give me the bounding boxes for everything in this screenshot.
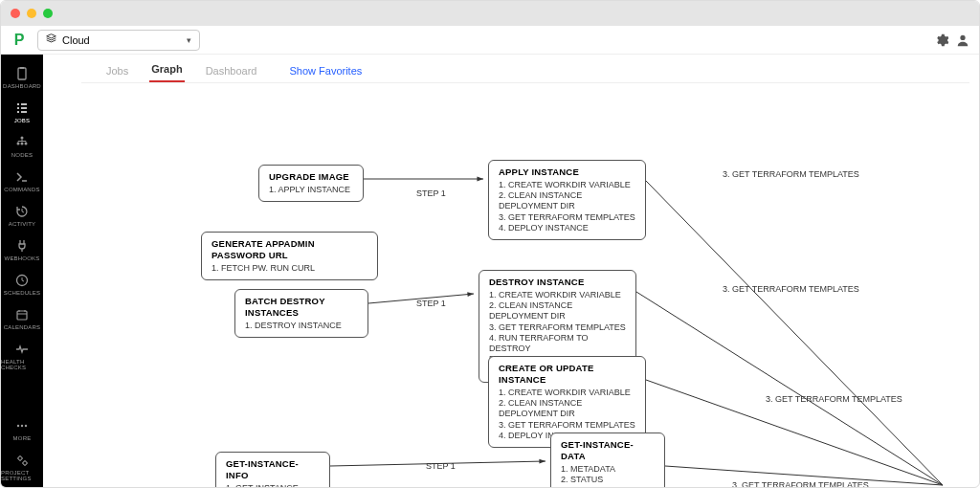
svg-point-0	[960, 34, 965, 39]
node-steps: 1. METADATA2. STATUS3. STATUS-DETAIL4. D…	[561, 464, 655, 487]
node-steps: 1. FETCH PW. RUN CURL	[212, 263, 368, 274]
node-title: GET-INSTANCE-INFO	[226, 458, 320, 481]
cogs-icon	[14, 453, 30, 468]
sidebar-item-commands[interactable]: COMMANDS	[1, 164, 43, 198]
app-window: P Cloud ▾ DASHBOARDJOBSNODESCOMMANDSACTI…	[0, 0, 980, 488]
sidebar-item-label: CALENDARS	[4, 324, 40, 330]
minimize-window-button[interactable]	[27, 9, 36, 18]
sidebar-item-label: DASHBOARD	[3, 83, 41, 89]
project-selector[interactable]: Cloud ▾	[37, 30, 200, 51]
svg-point-4	[17, 143, 20, 145]
heartbeat-icon	[14, 342, 30, 357]
sidebar-item-more[interactable]: MORE	[1, 412, 43, 447]
app-body: DASHBOARDJOBSNODESCOMMANDSACTIVITYWEBHOO…	[1, 55, 979, 487]
graph-node-getdata[interactable]: GET-INSTANCE-DATA1. METADATA2. STATUS3. …	[550, 433, 665, 487]
edge-label: 3. GET TERRAFORM TEMPLATES	[723, 169, 859, 179]
sidebar-item-schedules[interactable]: SCHEDULES	[1, 267, 43, 301]
svg-line-17	[646, 181, 943, 485]
sidebar-item-health-checks[interactable]: HEALTH CHECKS	[1, 336, 43, 376]
sidebar-item-project-settings[interactable]: PROJECT SETTINGS	[1, 447, 43, 487]
main-content: JobsGraphDashboardShow Favorites UPGRADE…	[43, 55, 979, 487]
user-icon[interactable]	[956, 33, 969, 47]
svg-point-6	[25, 143, 28, 145]
app-logo: P	[11, 32, 28, 49]
maximize-window-button[interactable]	[43, 9, 53, 18]
sidebar-item-dashboard[interactable]: DASHBOARD	[1, 60, 43, 95]
chevron-down-icon: ▾	[187, 35, 191, 45]
plug-icon	[14, 238, 30, 254]
tab-graph[interactable]: Graph	[149, 57, 184, 82]
layers-icon	[46, 33, 56, 46]
sidebar-item-label: HEALTH CHECKS	[1, 359, 43, 370]
dots-icon	[14, 418, 30, 433]
edge-label: STEP 1	[426, 461, 456, 471]
edge-label: STEP 1	[416, 189, 446, 198]
edge-label: 3. GET TERRAFORM TEMPLATES	[732, 480, 869, 487]
graph-canvas[interactable]: UPGRADE IMAGE1. APPLY INSTANCEGENERATE A…	[43, 83, 979, 487]
tab-jobs[interactable]: Jobs	[104, 59, 130, 82]
edge-label: 3. GET TERRAFORM TEMPLATES	[723, 284, 859, 294]
sidebar-item-label: NODES	[11, 152, 33, 158]
tab-dashboard[interactable]: Dashboard	[204, 59, 259, 82]
svg-rect-1	[18, 68, 26, 79]
history-icon	[14, 204, 30, 219]
node-title: APPLY INSTANCE	[499, 166, 635, 178]
tree-icon	[14, 135, 30, 150]
sidebar: DASHBOARDJOBSNODESCOMMANDSACTIVITYWEBHOO…	[1, 55, 43, 487]
view-tabs: JobsGraphDashboardShow Favorites	[81, 55, 969, 83]
node-title: CREATE OR UPDATE INSTANCE	[499, 363, 635, 386]
window-titlebar	[1, 1, 979, 26]
graph-node-batchdestroy[interactable]: BATCH DESTROY INSTANCES1. DESTROY INSTAN…	[234, 289, 368, 338]
node-title: GET-INSTANCE-DATA	[561, 439, 655, 462]
gear-icon[interactable]	[935, 33, 948, 47]
sidebar-item-label: PROJECT SETTINGS	[1, 470, 43, 481]
svg-rect-8	[17, 311, 27, 320]
svg-point-12	[18, 456, 22, 460]
edge-label: 3. GET TERRAFORM TEMPLATES	[766, 394, 902, 404]
sidebar-item-jobs[interactable]: JOBS	[1, 95, 43, 129]
svg-line-18	[636, 292, 943, 485]
terminal-icon	[14, 169, 30, 185]
show-favorites-link[interactable]: Show Favorites	[287, 59, 364, 82]
node-steps: 1. CREATE WORKDIR VARIABLE2. CLEAN INSTA…	[499, 180, 635, 233]
svg-point-10	[21, 425, 23, 427]
node-steps: 1. APPLY INSTANCE	[269, 185, 353, 195]
sidebar-item-activity[interactable]: ACTIVITY	[1, 198, 43, 233]
svg-rect-2	[20, 67, 24, 69]
project-selector-label: Cloud	[62, 34, 90, 46]
sidebar-item-calendars[interactable]: CALENDARS	[1, 301, 43, 336]
calendar-icon	[14, 307, 30, 322]
sidebar-item-label: COMMANDS	[4, 187, 39, 192]
svg-point-13	[23, 461, 27, 465]
list-icon	[14, 100, 30, 116]
clock-icon	[14, 273, 30, 288]
top-toolbar: P Cloud ▾	[1, 26, 979, 55]
node-steps: 1. DESTROY INSTANCE	[245, 321, 358, 331]
svg-point-9	[17, 425, 19, 427]
graph-node-getinfo[interactable]: GET-INSTANCE-INFO1. GET-INSTANCE-DATA	[215, 452, 330, 487]
graph-node-upgrade[interactable]: UPGRADE IMAGE1. APPLY INSTANCE	[258, 165, 364, 202]
sidebar-item-label: WEBHOOKS	[5, 255, 40, 261]
graph-node-apply[interactable]: APPLY INSTANCE1. CREATE WORKDIR VARIABLE…	[488, 160, 646, 240]
sidebar-item-label: MORE	[13, 435, 32, 441]
close-window-button[interactable]	[11, 9, 20, 18]
sidebar-item-webhooks[interactable]: WEBHOOKS	[1, 233, 43, 267]
sidebar-item-nodes[interactable]: NODES	[1, 129, 43, 164]
graph-node-genpw[interactable]: GENERATE APPADMIN PASSWORD URL1. FETCH P…	[201, 232, 378, 280]
node-title: UPGRADE IMAGE	[269, 171, 353, 183]
node-title: DESTROY INSTANCE	[489, 277, 626, 288]
sidebar-item-label: ACTIVITY	[9, 221, 36, 227]
node-steps: 1. GET-INSTANCE-DATA	[226, 483, 320, 487]
node-title: GENERATE APPADMIN PASSWORD URL	[212, 238, 368, 261]
clipboard-icon	[14, 66, 30, 81]
svg-point-3	[21, 137, 24, 140]
node-title: BATCH DESTROY INSTANCES	[245, 296, 358, 319]
sidebar-item-label: SCHEDULES	[4, 290, 40, 296]
edge-label: STEP 1	[416, 299, 446, 308]
sidebar-item-label: JOBS	[14, 118, 30, 123]
svg-point-5	[21, 143, 24, 145]
svg-point-11	[25, 425, 27, 427]
